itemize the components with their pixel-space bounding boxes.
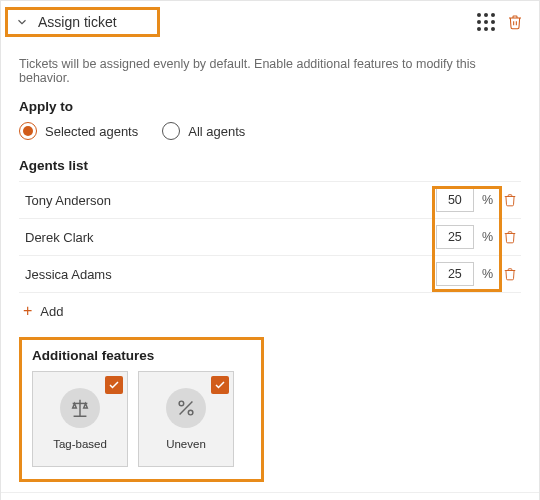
agent-row: Jessica Adams % (19, 256, 521, 293)
feature-uneven[interactable]: Uneven (138, 371, 234, 467)
radio-label: Selected agents (45, 124, 138, 139)
add-action-button[interactable]: + Add action (1, 492, 539, 500)
radio-icon (162, 122, 180, 140)
feature-tag-based[interactable]: Tag-based (32, 371, 128, 467)
feature-label: Tag-based (53, 438, 107, 450)
feature-label: Uneven (166, 438, 206, 450)
add-agent-label: Add (40, 304, 63, 319)
svg-line-0 (180, 402, 193, 415)
delete-agent-button[interactable] (503, 230, 517, 244)
drag-handle-icon[interactable] (477, 13, 495, 31)
agent-name: Jessica Adams (19, 267, 112, 282)
agents-list-title: Agents list (19, 158, 521, 173)
agent-row: Derek Clark % (19, 219, 521, 256)
radio-all-agents[interactable]: All agents (162, 122, 245, 140)
apply-to-radio-group: Selected agents All agents (19, 122, 521, 140)
agent-name: Tony Anderson (19, 193, 111, 208)
balance-icon (60, 388, 100, 428)
chevron-down-icon (14, 14, 30, 30)
agent-row-actions: % (436, 262, 521, 286)
percent-sign: % (482, 267, 493, 281)
percent-field: % (436, 188, 493, 212)
agent-row-actions: % (436, 188, 521, 212)
percent-field: % (436, 262, 493, 286)
header-title-group[interactable]: Assign ticket (5, 7, 160, 37)
add-agent-button[interactable]: + Add (19, 293, 521, 329)
percent-sign: % (482, 230, 493, 244)
radio-icon (19, 122, 37, 140)
percent-input[interactable] (436, 188, 474, 212)
agent-row: Tony Anderson % (19, 182, 521, 219)
percent-input[interactable] (436, 262, 474, 286)
description-text: Tickets will be assigned evenly by defau… (19, 57, 521, 85)
apply-to-title: Apply to (19, 99, 521, 114)
features-row: Tag-based Uneven (32, 371, 251, 467)
card-body: Tickets will be assigned evenly by defau… (1, 43, 539, 492)
agents-list: Tony Anderson % Derek Clark % (19, 181, 521, 329)
percent-sign: % (482, 193, 493, 207)
delete-agent-button[interactable] (503, 267, 517, 281)
card-header: Assign ticket (1, 1, 539, 43)
check-icon (211, 376, 229, 394)
percent-icon (166, 388, 206, 428)
header-actions (477, 13, 529, 31)
additional-features-title: Additional features (32, 348, 251, 363)
delete-action-button[interactable] (507, 14, 523, 30)
assign-ticket-card: Assign ticket Tickets will be assigned e… (0, 0, 540, 500)
additional-features-section: Additional features Tag-based (19, 337, 264, 482)
svg-point-1 (179, 401, 184, 406)
delete-agent-button[interactable] (503, 193, 517, 207)
svg-point-2 (188, 410, 193, 415)
check-icon (105, 376, 123, 394)
card-title: Assign ticket (38, 14, 117, 30)
agent-row-actions: % (436, 225, 521, 249)
radio-selected-agents[interactable]: Selected agents (19, 122, 138, 140)
percent-input[interactable] (436, 225, 474, 249)
percent-field: % (436, 225, 493, 249)
radio-label: All agents (188, 124, 245, 139)
agent-name: Derek Clark (19, 230, 94, 245)
plus-icon: + (23, 303, 32, 319)
